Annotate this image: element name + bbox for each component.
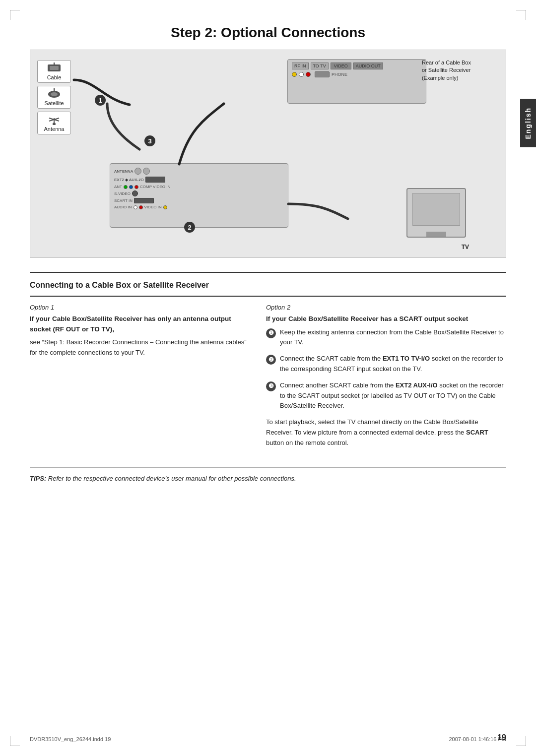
col-left: Option 1 If your Cable Box/Satellite Rec… [30, 304, 248, 453]
left-icons: Cable Satellite [37, 60, 71, 134]
cable-label: Cable [47, 74, 62, 80]
list-item-1-text: Keep the existing antenna connection fro… [280, 327, 506, 348]
corner-mark-br [516, 736, 526, 746]
col-left-body: see “Step 1: Basic Recorder Connections … [30, 337, 248, 358]
ext1-bold: EXT1 TO TV-I/O [383, 355, 430, 362]
list-num-2: ❷ [266, 355, 276, 365]
tv-label: TV [462, 244, 469, 251]
section-heading: Connecting to a Cable Box or Satellite R… [30, 280, 506, 291]
option-2-label: Option 2 [266, 304, 506, 311]
numbered-list: ❶ Keep the existing antenna connection f… [266, 327, 506, 412]
list-item-3: ❸ Connect another SCART cable from the E… [266, 380, 506, 411]
corner-mark-bl [10, 736, 20, 746]
page-title: Step 2: Optional Connections [30, 25, 506, 41]
satellite-label: Satellite [44, 100, 64, 106]
svg-point-4 [51, 92, 58, 96]
section-divider [30, 272, 506, 273]
antenna-icon-box: Antenna [37, 112, 71, 134]
content-columns: Option 1 If your Cable Box/Satellite Rec… [30, 304, 506, 453]
cable-box-device: RF IN TO TV VIDEO AUDIO OUT PHONE [287, 59, 426, 104]
list-item-2: ❷ Connect the SCART cable from the EXT1 … [266, 354, 506, 375]
svg-rect-1 [50, 66, 59, 70]
corner-mark-tl [10, 10, 20, 20]
option-1-label: Option 1 [30, 304, 248, 311]
ext2-bold: EXT2 AUX-I/O [396, 381, 438, 389]
satellite-icon-box: Satellite [37, 86, 71, 109]
scart-bold: SCART [466, 429, 488, 436]
section-divider-2 [30, 296, 506, 297]
english-tab: English [520, 99, 536, 147]
antenna-label: Antenna [44, 126, 65, 132]
col-right-subheading: If your Cable Box/Satellite Receiver has… [266, 314, 506, 324]
cable-icon-box: Cable [37, 60, 71, 83]
closing-text: To start playback, select the TV channel… [266, 417, 506, 448]
tv-stand [426, 232, 446, 237]
page-number: 19 [497, 733, 506, 742]
footer-left: DVDR3510V_eng_26244.indd 19 [30, 736, 111, 742]
diagram-area: Cable Satellite [30, 50, 506, 258]
list-item-3-text: Connect another SCART cable from the EXT… [280, 380, 506, 411]
recorder-device: ANTENNA EXT2 ◆ AUX-I/O ANT [110, 163, 288, 228]
num-circle-3: 3 [144, 135, 155, 146]
list-item-1: ❶ Keep the existing antenna connection f… [266, 327, 506, 348]
num-circle-1: 1 [95, 95, 106, 106]
tips-box: TIPS: Refer to the respective connected … [30, 467, 506, 484]
diagram-inner: Cable Satellite [30, 50, 506, 257]
corner-mark-tr [516, 10, 526, 20]
col-right: Option 2 If your Cable Box/Satellite Rec… [266, 304, 506, 453]
list-num-3: ❸ [266, 381, 276, 391]
tips-prefix: TIPS: [30, 475, 46, 482]
diagram-rear-label: Rear of a Cable Box or Satellite Receive… [422, 59, 471, 82]
tips-text: Refer to the respective connected device… [46, 475, 296, 482]
num-circle-2: 2 [184, 222, 195, 233]
svg-point-9 [53, 123, 56, 125]
tv-device [406, 188, 466, 238]
tv-screen [412, 193, 460, 226]
page-footer: DVDR3510V_eng_26244.indd 19 2007-08-01 1… [30, 736, 506, 742]
list-num-1: ❶ [266, 328, 276, 338]
col-left-subheading: If your Cable Box/Satellite Receiver has… [30, 314, 248, 334]
page-wrapper: English Step 2: Optional Connections Cab… [0, 0, 536, 756]
list-item-2-text: Connect the SCART cable from the EXT1 TO… [280, 354, 506, 375]
